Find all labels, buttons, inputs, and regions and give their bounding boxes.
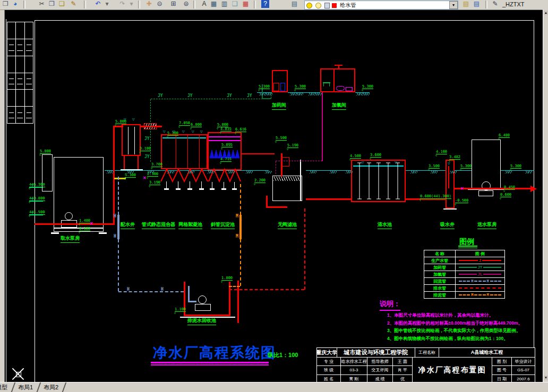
elevation-label: 4.500 <box>350 154 361 159</box>
sheetset-icon[interactable]: ❒ <box>1 0 10 9</box>
designcenter-icon[interactable]: ▥ <box>220 0 229 9</box>
pipe-code-tag: JY <box>247 93 252 98</box>
find-icon[interactable]: A <box>200 0 209 9</box>
ground-hatch <box>346 171 353 173</box>
college-name: 城市建设与环境工程学院 <box>337 348 415 357</box>
unit-label: 加药间 <box>272 102 286 110</box>
legend-row-name: 回流管 <box>424 278 455 284</box>
water-level-icon: ▽ <box>31 184 34 187</box>
elevation-label: 3.180 <box>140 146 151 151</box>
unit-label: 清水池 <box>378 221 392 229</box>
layers-icon[interactable]: ▤ <box>290 0 299 9</box>
legend-row-name: 加氯管 <box>424 271 455 277</box>
zoom-previous-icon[interactable]: ⊜ <box>182 0 191 9</box>
elevation-label: 5.800 <box>40 149 51 154</box>
pipe-code-tag: JY <box>227 93 232 98</box>
tab-layout1[interactable]: 布局1 <box>18 384 33 391</box>
legend-row-sample: JY <box>456 264 504 271</box>
drawing-layer: ✕ ✕ ✕ 取水泵房配水井管式静态混合器网格絮凝池斜管沉淀池无阀滤池清水池吸水井… <box>4 10 543 382</box>
layerprev-icon[interactable]: ▤ <box>461 0 470 9</box>
undo-icon[interactable]: ↶ <box>93 0 102 9</box>
tb-value: 给水排水工程 <box>341 358 367 365</box>
water-level-icon: ▽ <box>448 162 450 165</box>
layer-combo[interactable]: 给水管 ▾ <box>304 1 458 10</box>
layer-on-icon[interactable] <box>306 3 312 8</box>
water-level-icon: ▽ <box>395 161 397 164</box>
tab-divider <box>11 382 16 392</box>
web-icon[interactable]: ◕ <box>11 0 20 9</box>
elevation-label: 3.190 <box>149 180 160 185</box>
tb-right-label: 图 号 <box>492 366 511 374</box>
toolbar-separator <box>138 1 140 8</box>
redo-icon[interactable]: ↷ <box>118 0 127 9</box>
redo-drop-icon[interactable]: ▾ <box>127 0 136 9</box>
elevation-label: 0.450 <box>504 185 515 190</box>
layerstate-icon[interactable]: ▤ <box>472 0 481 9</box>
zoom-window-icon[interactable]: ⊞ <box>169 0 178 9</box>
scale-label: 纵比1：100 <box>268 351 298 359</box>
project-name: A县城给水工程 <box>439 348 535 357</box>
unit-label: 取水泵房 <box>61 235 80 243</box>
elevation-label: 5.300 <box>510 164 521 169</box>
ground-hatch <box>127 171 134 173</box>
pipe-code-tag: M <box>236 234 238 239</box>
main-toolbar: ❒◕✂❐❏✎↶▾↷▾✚⊝⊞⊜A▦▥❑▦?▤▤▤✎ 给水管 ▾ _HZTXT <box>0 0 548 10</box>
pipe-code-tag: H <box>114 214 116 219</box>
textstyle-icon[interactable]: ✎ <box>491 0 500 9</box>
paste-icon[interactable]: ❏ <box>57 0 66 9</box>
zoom-realtime-icon[interactable]: ⊝ <box>155 0 164 9</box>
legend-row-sample: J <box>456 257 504 264</box>
tab-layout2[interactable]: 布局2 <box>44 384 58 391</box>
unit-label: 网格絮凝池 <box>178 221 202 229</box>
elevation-label: 5.190 <box>287 143 298 148</box>
toolbar-separator <box>23 1 25 8</box>
water-level-icon: ▽ <box>173 130 175 133</box>
table-icon[interactable]: ▦ <box>241 0 250 9</box>
text-style-value[interactable]: _HZTXT <box>502 1 525 7</box>
drawing-canvas[interactable]: ✕ ✕ ✕ 取水泵房配水井管式静态混合器网格絮凝池斜管沉淀池无阀滤池清水池吸水井… <box>4 10 543 382</box>
legend-row-sample: HH <box>456 278 504 284</box>
legend-row-sample <box>456 285 504 291</box>
legend-table: 名 称图 例生产水管J加药管JY加氯管JL回流管HH排水管排泥管MM <box>424 250 505 299</box>
legend-row-sample: MM <box>456 292 504 298</box>
copy-icon[interactable]: ❐ <box>47 0 56 9</box>
elevation-label: 5.300 <box>259 84 270 89</box>
elevation-label: 0.980 <box>79 227 90 231</box>
elevation-label: 5.300 <box>460 164 472 169</box>
help-icon[interactable]: ? <box>261 0 269 8</box>
elevation-label: 6.800 <box>191 123 202 127</box>
legend-row-name: 排水管 <box>424 285 455 291</box>
layer-lock-icon[interactable] <box>324 3 330 8</box>
status-bar: 模型 布局1 布局2 <box>0 382 548 392</box>
ground-hatch <box>310 171 316 173</box>
tab-model[interactable]: 模型 <box>0 384 7 391</box>
elevation-label: 7.050 <box>179 121 190 126</box>
undo-drop-icon[interactable]: ▾ <box>102 0 112 9</box>
elevation-label: 4.100 <box>436 150 447 154</box>
tb-value: 03-3 <box>341 366 367 374</box>
legend-title-underline <box>458 248 477 248</box>
vertical-scrollbar[interactable]: ▲ ▼ <box>543 10 548 382</box>
elevation-label: 6.616 <box>235 127 246 132</box>
pan-icon[interactable]: ✚ <box>144 0 153 9</box>
cut-icon[interactable]: ✂ <box>37 0 46 9</box>
layer-combo-dropdown-icon[interactable]: ▾ <box>449 1 458 9</box>
matchprop-icon[interactable]: ✎ <box>69 0 78 9</box>
properties-icon[interactable]: ▦ <box>209 0 218 9</box>
title-block: 重庆大学 城市建设与环境工程学院 工程名称 A县城给水工程 专 业给水排水工程指… <box>316 347 535 382</box>
note-line: 3、图中管线不按比例绘画，不代表实际大小，作用类型详见图例。 <box>387 328 520 334</box>
tb-value: 优 <box>393 375 412 382</box>
tb-value: 肖 平 <box>393 366 412 374</box>
scroll-up-icon[interactable]: ▲ <box>544 11 548 15</box>
layer-freeze-icon[interactable] <box>315 3 321 8</box>
sheets-icon[interactable]: ❑ <box>230 0 239 9</box>
pickbox <box>16 372 21 377</box>
scroll-down-icon[interactable]: ▼ <box>544 376 548 380</box>
tb-drawing-title: 净水厂高程布置图 <box>413 358 492 382</box>
unit-label: 管式静态混合器 <box>142 221 175 229</box>
tb-label: 交叉评阅 <box>367 366 392 374</box>
unit-label: 斜管沉淀池 <box>211 221 235 229</box>
unit-label: 排泥水回收池 <box>187 317 216 325</box>
ground-hatch <box>167 171 174 173</box>
ground-hatch <box>505 171 512 173</box>
